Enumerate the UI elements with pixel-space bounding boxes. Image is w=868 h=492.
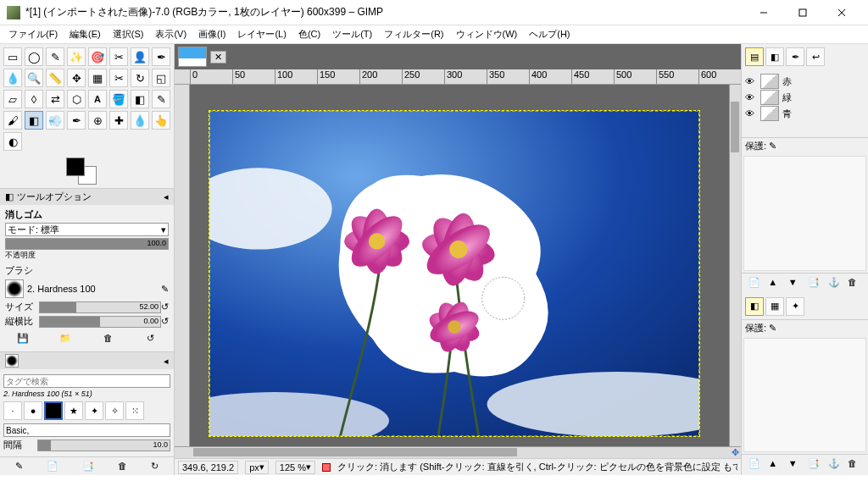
tool-perspective[interactable]: ◊ (25, 90, 43, 108)
tool-eraser[interactable]: ◧ (25, 111, 43, 130)
raise-btn[interactable]: ▲ (768, 277, 782, 290)
menu-filters[interactable]: フィルター(R) (379, 26, 448, 42)
undo-tab[interactable]: ↩ (806, 47, 825, 66)
size-slider[interactable]: 52.00 (39, 301, 161, 313)
layer-row[interactable]: 👁 赤 (745, 74, 865, 89)
brush-refresh-btn[interactable]: ↻ (151, 461, 159, 472)
tool-zoom[interactable]: 🔍 (25, 69, 43, 87)
tool-cage[interactable]: ⬡ (67, 90, 86, 108)
brushes-menu-icon[interactable]: ◂ (164, 356, 169, 367)
brushes-tab[interactable]: ◧ (745, 297, 764, 316)
dock-menu-icon[interactable]: ◂ (164, 191, 169, 202)
tool-heal[interactable]: ✚ (109, 111, 128, 130)
brush-search-input[interactable] (3, 374, 170, 388)
canvas-image[interactable] (209, 110, 700, 437)
opt-restore-icon[interactable]: 📁 (58, 331, 72, 345)
fg-bg-colors[interactable] (7, 158, 167, 185)
lower-lower-btn[interactable]: ▼ (788, 458, 802, 472)
tool-color-picker[interactable]: 💧 (3, 69, 22, 87)
brush-category-input[interactable] (3, 423, 170, 437)
close-tab-button[interactable]: ✕ (210, 51, 226, 64)
brush-dup-btn[interactable]: 📑 (82, 461, 94, 472)
unit-dropdown[interactable]: px ▾ (245, 461, 269, 474)
tool-scale[interactable]: ◱ (152, 69, 170, 87)
nav-icon[interactable]: ✥ (729, 447, 741, 458)
tool-flip[interactable]: ⇄ (46, 90, 64, 108)
brush-edit-icon[interactable]: ✎ (161, 284, 169, 295)
tool-paths[interactable]: ✒ (152, 47, 170, 66)
tool-fuzzy-select[interactable]: ✨ (67, 47, 86, 66)
ratio-reset-icon[interactable]: ↺ (161, 316, 169, 327)
tool-foreground[interactable]: 👤 (131, 47, 149, 66)
menu-windows[interactable]: ウィンドウ(W) (451, 26, 523, 42)
maximize-button[interactable] (783, 0, 822, 25)
tool-move[interactable]: ✥ (67, 69, 86, 87)
ratio-slider[interactable]: 0.00 (39, 316, 161, 328)
new-layer-btn[interactable]: 📄 (748, 277, 762, 290)
menu-select[interactable]: 選択(S) (108, 26, 149, 42)
tool-align[interactable]: ▦ (88, 69, 107, 87)
brush-thumb[interactable]: · (3, 401, 22, 420)
ruler-vertical[interactable] (175, 85, 190, 446)
zoom-dropdown[interactable]: 125 % ▾ (275, 461, 315, 474)
brush-new-btn[interactable]: 📄 (47, 461, 58, 472)
opt-reset-icon[interactable]: ↺ (144, 331, 158, 345)
layer-row[interactable]: 👁 青 (745, 106, 865, 121)
layer-row[interactable]: 👁 緑 (745, 90, 865, 105)
tool-text[interactable]: A (88, 90, 107, 108)
lower-new-btn[interactable]: 📄 (748, 458, 762, 472)
lower-raise-btn[interactable]: ▲ (768, 458, 782, 472)
brush-edit-btn[interactable]: ✎ (15, 461, 23, 472)
document-tab[interactable] (178, 47, 207, 67)
tool-blur[interactable]: 💧 (131, 111, 149, 130)
brushes-tab-icon[interactable] (5, 354, 19, 368)
tool-bucket[interactable]: 🪣 (109, 90, 128, 108)
size-reset-icon[interactable]: ↺ (161, 301, 169, 312)
brush-thumb[interactable]: ✦ (85, 401, 103, 420)
menu-edit[interactable]: 編集(E) (64, 26, 106, 42)
visibility-icon[interactable]: 👁 (745, 108, 757, 119)
gradients-tab[interactable]: ✦ (786, 297, 804, 316)
lower-anchor-btn[interactable]: ⚓ (828, 458, 842, 472)
brush-preview[interactable] (5, 279, 24, 298)
close-button[interactable] (822, 0, 861, 25)
lower-delete-btn[interactable]: 🗑 (848, 458, 861, 472)
tool-dodge[interactable]: ◐ (3, 132, 22, 151)
layers-tab[interactable]: ▤ (745, 47, 764, 66)
opt-delete-icon[interactable]: 🗑 (102, 331, 115, 345)
menu-view[interactable]: 表示(V) (150, 26, 192, 42)
brush-thumb[interactable]: ⁙ (125, 401, 144, 420)
menu-file[interactable]: ファイル(F) (3, 26, 63, 42)
tool-clone[interactable]: ⊕ (88, 111, 107, 130)
visibility-icon[interactable]: 👁 (745, 76, 757, 86)
tool-rect-select[interactable]: ▭ (3, 47, 22, 66)
opacity-slider[interactable]: 100.0 (5, 238, 169, 250)
tool-pencil[interactable]: ✎ (152, 90, 170, 108)
brush-thumb[interactable]: ✧ (105, 401, 124, 420)
visibility-icon[interactable]: 👁 (745, 92, 757, 102)
tool-ink[interactable]: ✒ (67, 111, 86, 130)
ruler-horizontal[interactable]: 050100 150200250 300350400 450500550 600 (175, 69, 741, 85)
mode-dropdown[interactable]: モード: 標準▾ (5, 223, 169, 236)
paths-tab[interactable]: ✒ (786, 47, 804, 66)
brush-thumb[interactable] (44, 401, 63, 420)
menu-tools[interactable]: ツール(T) (327, 26, 377, 42)
tool-by-color[interactable]: 🎯 (88, 47, 107, 66)
brush-thumb[interactable]: ● (24, 401, 42, 420)
lock-icon-2[interactable]: ✎ (769, 323, 776, 333)
brush-del-btn[interactable]: 🗑 (118, 461, 127, 472)
tool-ellipse-select[interactable]: ◯ (25, 47, 43, 66)
menu-help[interactable]: ヘルプ(H) (524, 26, 575, 42)
tool-airbrush[interactable]: 💨 (46, 111, 64, 130)
patterns-tab[interactable]: ▦ (765, 297, 784, 316)
tool-rotate[interactable]: ↻ (131, 69, 149, 87)
canvas[interactable] (190, 85, 729, 446)
dup-btn[interactable]: 📑 (808, 277, 821, 290)
tool-paintbrush[interactable]: 🖌 (3, 111, 22, 130)
opt-save-icon[interactable]: 💾 (16, 331, 30, 345)
cancel-icon[interactable] (322, 463, 331, 472)
scrollbar-horizontal[interactable]: ✥ (175, 446, 741, 458)
menu-colors[interactable]: 色(C) (293, 26, 326, 42)
spacing-slider[interactable]: 10.0 (37, 439, 170, 451)
channels-tab[interactable]: ◧ (765, 47, 784, 66)
